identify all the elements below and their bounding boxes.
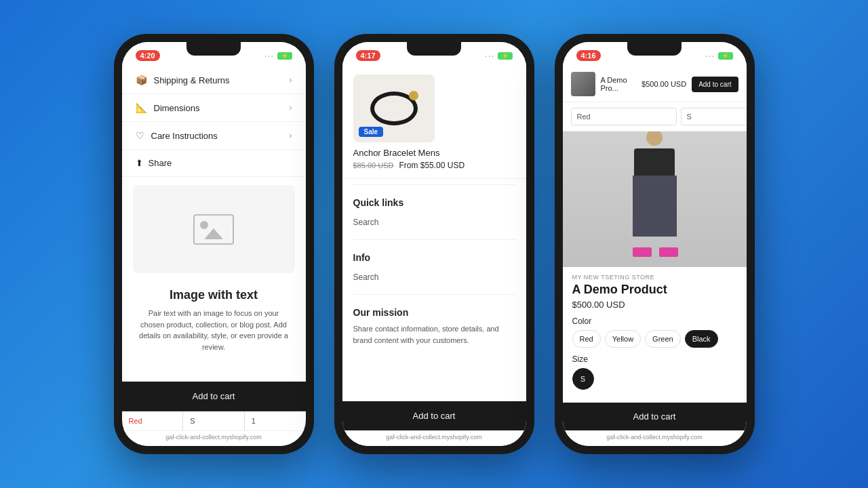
shipping-returns-left: 📦 Shipping & Returns <box>136 75 230 85</box>
color-variant-cell[interactable]: Red <box>122 411 184 430</box>
product-name-2: Anchor Bracelet Mens <box>353 148 515 158</box>
size-input-3[interactable] <box>681 108 747 125</box>
chevron-down-icon-dimensions: › <box>290 103 292 113</box>
product-thumbnail-3 <box>571 72 595 96</box>
product-title-3: A Demo Product <box>572 283 737 297</box>
status-time-1: 4:20 <box>136 50 160 61</box>
notch-1 <box>186 42 241 56</box>
chevron-down-icon-care: › <box>290 131 292 140</box>
dimensions-item[interactable]: 📐 Dimensions › <box>122 94 306 122</box>
status-time-2: 4:17 <box>356 50 380 61</box>
status-time-3: 4:16 <box>576 50 601 61</box>
shipping-returns-label: Shipping & Returns <box>154 75 230 85</box>
notch-2 <box>407 42 461 56</box>
add-to-cart-button-1[interactable]: Add to cart <box>122 382 306 411</box>
product-image-placeholder <box>133 185 295 273</box>
mission-section: Our mission Share contact information, s… <box>342 300 526 348</box>
quick-links-section: Quick links Search <box>342 190 526 234</box>
status-right-3: ··· <box>705 50 733 61</box>
model-head <box>646 131 663 146</box>
quick-links-title: Quick links <box>353 197 515 208</box>
color-option-red[interactable]: Red <box>572 330 601 348</box>
thumbnail-image <box>571 72 595 96</box>
phone-1: 4:20 ··· 📦 Shipping & Returns › 📐 Dimens… <box>114 34 314 454</box>
sticky-product-price: $500.00 USD <box>642 80 686 88</box>
product-price-3: $500.00 USD <box>572 300 737 310</box>
model-shoe-left <box>633 247 652 257</box>
color-option-black[interactable]: Black <box>685 330 718 348</box>
care-instructions-label: Care Instructions <box>151 131 218 141</box>
sticky-product-name: A Demo Pro... <box>601 76 637 92</box>
battery-icon-1 <box>277 52 292 60</box>
divider-2c <box>353 294 515 295</box>
size-option-s[interactable]: S <box>572 368 594 390</box>
placeholder-icon <box>193 214 234 245</box>
footer-url-1: gaf-click-and-collect.myshopify.com <box>122 430 306 446</box>
price-row-2: $85.00 USD From $55.00 USD <box>353 161 515 170</box>
add-to-cart-button-3[interactable]: Add to cart <box>563 403 747 430</box>
divider-2b <box>353 239 515 240</box>
store-name-3: MY NEW TSETING STORE <box>572 274 737 281</box>
phone-2: 4:17 ··· Sale Anchor Bracelet Mens <box>334 34 534 454</box>
signal-icon-1: ··· <box>264 50 275 61</box>
phone2-content: Sale Anchor Bracelet Mens $85.00 USD Fro… <box>342 66 526 430</box>
info-section: Info Search <box>342 245 526 289</box>
battery-icon-2 <box>498 52 513 60</box>
color-input-3[interactable] <box>571 108 677 125</box>
care-instructions-item[interactable]: ♡ Care Instructions › <box>122 122 306 150</box>
chevron-down-icon-shipping: › <box>290 75 292 85</box>
size-variant-cell[interactable]: S <box>183 411 245 430</box>
size-label-3: Size <box>572 354 737 364</box>
phone1-content: 📦 Shipping & Returns › 📐 Dimensions › ♡ … <box>122 66 306 430</box>
care-instructions-left: ♡ Care Instructions <box>136 130 218 141</box>
image-text-title: Image with text <box>136 288 292 302</box>
share-icon: ⬆ <box>136 158 143 168</box>
original-price-2: $85.00 USD <box>353 161 394 169</box>
phone-3: 4:16 ··· A Demo Pro... $500.00 USD Add t… <box>555 34 755 454</box>
product-info-3: MY NEW TSETING STORE A Demo Product $500… <box>563 267 747 403</box>
product-main-image-3 <box>563 131 747 267</box>
quick-links-search[interactable]: Search <box>353 214 515 231</box>
color-options-3: Red Yellow Green Black <box>572 330 737 348</box>
divider-2a <box>353 184 515 185</box>
color-option-green[interactable]: Green <box>645 330 681 348</box>
footer-url-2: gaf-click-and-collect.myshopify.com <box>342 430 526 446</box>
care-icon: ♡ <box>136 130 144 141</box>
signal-icon-2: ··· <box>485 50 495 61</box>
color-label-3: Color <box>572 317 737 326</box>
status-right-2: ··· <box>485 50 513 61</box>
info-title: Info <box>353 252 515 263</box>
phone3-content: A Demo Pro... $500.00 USD Add to cart <box>563 66 747 430</box>
mission-title: Our mission <box>353 307 515 318</box>
footer-url-3: gaf-click-and-collect.myshopify.com <box>563 430 747 446</box>
color-option-yellow[interactable]: Yellow <box>605 330 641 348</box>
status-right-1: ··· <box>264 50 292 61</box>
dimensions-left: 📐 Dimensions <box>136 102 200 113</box>
notch-3 <box>627 42 682 56</box>
bracelet-clasp <box>409 91 418 100</box>
qty-variant-cell[interactable]: 1 <box>245 411 306 430</box>
product-image-2: Sale <box>353 75 435 142</box>
size-options-3: S <box>572 368 737 390</box>
variant-row-1: Red S 1 <box>122 411 306 430</box>
sale-price-2: From $55.00 USD <box>399 161 465 170</box>
share-row[interactable]: ⬆ Share <box>122 150 306 177</box>
model-shoe-right <box>659 247 678 257</box>
model-figure <box>563 131 747 267</box>
sticky-header-3: A Demo Pro... $500.00 USD Add to cart <box>563 66 747 102</box>
dimensions-label: Dimensions <box>154 103 200 113</box>
sticky-add-to-cart-button[interactable]: Add to cart <box>692 77 738 92</box>
bracelet-circle <box>370 92 418 125</box>
battery-icon-3 <box>718 52 733 60</box>
product-card-2: Sale Anchor Bracelet Mens $85.00 USD Fro… <box>342 66 526 179</box>
shipping-returns-item[interactable]: 📦 Shipping & Returns › <box>122 66 306 94</box>
info-search[interactable]: Search <box>353 268 515 286</box>
image-text-body: Pair text with an image to focus on your… <box>136 308 292 352</box>
add-to-cart-button-2[interactable]: Add to cart <box>342 401 526 430</box>
shipping-icon: 📦 <box>136 75 147 85</box>
sale-badge: Sale <box>359 127 384 137</box>
signal-icon-3: ··· <box>705 50 715 61</box>
mission-text: Share contact information, store details… <box>353 323 515 346</box>
variant-inputs-3 <box>563 102 747 131</box>
model-bottom <box>633 176 677 237</box>
